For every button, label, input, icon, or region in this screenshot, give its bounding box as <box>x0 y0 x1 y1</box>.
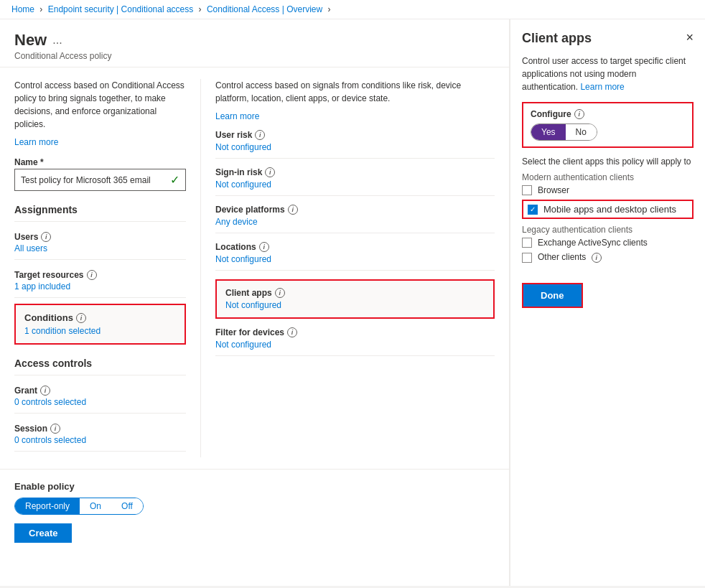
exchange-checkbox[interactable] <box>522 238 532 248</box>
mobile-apps-checkbox[interactable] <box>528 205 538 215</box>
report-only-option[interactable]: Report-only <box>15 498 80 514</box>
target-resources-label: Target resources i <box>14 270 186 280</box>
browser-row: Browser <box>522 185 694 195</box>
breadcrumb-home[interactable]: Home <box>11 4 34 14</box>
name-input[interactable]: Test policy for Microsoft 365 email ✓ <box>14 169 186 191</box>
left-desc: Control access based on Conditional Acce… <box>14 79 186 131</box>
panel-bottom: Done <box>522 277 694 308</box>
yes-no-toggle[interactable]: Yes No <box>531 123 597 141</box>
mobile-apps-row: Mobile apps and desktop clients <box>522 200 694 219</box>
users-info-icon: i <box>41 232 51 242</box>
close-button[interactable]: × <box>686 31 694 44</box>
breadcrumb-sep3: › <box>327 4 330 14</box>
two-col-layout: Control access based on Conditional Acce… <box>0 67 509 469</box>
client-apps-label: Client apps i <box>225 288 485 298</box>
exchange-label: Exchange ActiveSync clients <box>538 238 648 248</box>
conditions-value: 1 condition selected <box>24 326 176 336</box>
sign-in-risk-label: Sign-in risk i <box>215 167 495 177</box>
page-header: New ... Conditional Access policy <box>0 19 509 67</box>
other-clients-row: Other clients i <box>522 252 694 263</box>
done-section: Done <box>522 283 583 308</box>
session-info-icon: i <box>50 424 60 434</box>
locations-label: Locations i <box>215 242 495 252</box>
users-label: Users i <box>14 232 186 242</box>
page-subtitle: Conditional Access policy <box>14 51 495 61</box>
access-controls-title: Access controls <box>14 358 186 369</box>
target-resources-info-icon: i <box>87 270 97 280</box>
other-clients-info-icon: i <box>592 253 602 263</box>
assignments-title: Assignments <box>14 204 186 215</box>
target-resources-value[interactable]: 1 app included <box>14 281 186 291</box>
legacy-auth-label: Legacy authentication clients <box>522 225 694 235</box>
mobile-apps-label: Mobile apps and desktop clients <box>543 204 676 215</box>
filter-devices-value[interactable]: Not configured <box>215 340 271 350</box>
grant-value[interactable]: 0 controls selected <box>14 397 186 407</box>
bottom-bar: Enable policy Report-only On Off Create <box>0 469 509 554</box>
on-option[interactable]: On <box>80 498 111 514</box>
breadcrumb-sep2: › <box>199 4 204 14</box>
create-button[interactable]: Create <box>14 523 72 543</box>
configure-section: Configure i Yes No <box>522 102 694 148</box>
enable-policy-toggle[interactable]: Report-only On Off <box>14 498 144 515</box>
grant-info-icon: i <box>40 386 50 396</box>
breadcrumb-overview[interactable]: Conditional Access | Overview <box>207 4 322 14</box>
device-platforms-row: Device platforms i Any device <box>215 205 495 233</box>
done-button[interactable]: Done <box>523 284 582 307</box>
breadcrumb-sep1: › <box>39 4 45 14</box>
right-column: Control access based on signals from con… <box>201 79 509 457</box>
filter-devices-label: Filter for devices i <box>215 327 495 337</box>
conditions-info-icon: i <box>76 313 86 323</box>
client-apps-box[interactable]: Client apps i Not configured <box>215 279 495 319</box>
user-risk-value[interactable]: Not configured <box>215 142 271 152</box>
other-clients-checkbox[interactable] <box>522 253 532 263</box>
client-apps-value[interactable]: Not configured <box>225 300 281 310</box>
grant-label: Grant i <box>14 386 186 396</box>
locations-row: Locations i Not configured <box>215 242 495 271</box>
breadcrumb: Home › Endpoint security | Conditional a… <box>0 0 705 19</box>
filter-devices-info: i <box>287 327 297 337</box>
page-title: New <box>14 31 47 50</box>
user-risk-row: User risk i Not configured <box>215 130 495 159</box>
conditions-title: Conditions i <box>24 312 176 323</box>
right-learn-more[interactable]: Learn more <box>215 111 259 121</box>
sign-in-risk-info: i <box>265 167 275 177</box>
name-label: Name * <box>14 157 186 167</box>
left-panel: New ... Conditional Access policy Contro… <box>0 19 510 586</box>
locations-value[interactable]: Not configured <box>215 254 271 264</box>
device-platforms-value[interactable]: Any device <box>215 217 258 227</box>
other-clients-label: Other clients i <box>538 252 602 263</box>
off-option[interactable]: Off <box>111 498 143 514</box>
conditions-box[interactable]: Conditions i 1 condition selected <box>14 304 186 345</box>
browser-checkbox[interactable] <box>522 185 532 195</box>
session-label: Session i <box>14 424 186 434</box>
yes-option[interactable]: Yes <box>531 124 566 140</box>
sign-in-risk-value[interactable]: Not configured <box>215 179 271 190</box>
browser-label: Browser <box>538 185 569 195</box>
panel-desc: Control user access to target specific c… <box>522 55 694 93</box>
configure-label: Configure i <box>531 109 685 119</box>
locations-info: i <box>259 242 269 252</box>
client-apps-panel: Client apps × Control user access to tar… <box>510 19 705 586</box>
panel-title: Client apps <box>522 31 592 46</box>
device-platforms-info: i <box>288 205 298 215</box>
page-ellipsis: ... <box>52 34 62 47</box>
user-risk-label: User risk i <box>215 130 495 140</box>
device-platforms-label: Device platforms i <box>215 205 495 215</box>
select-label: Select the client apps this policy will … <box>522 157 694 167</box>
user-risk-info: i <box>255 130 265 140</box>
left-column: Control access based on Conditional Acce… <box>0 79 201 457</box>
session-value[interactable]: 0 controls selected <box>14 435 186 445</box>
right-desc: Control access based on signals from con… <box>215 79 495 105</box>
enable-policy-label: Enable policy <box>14 481 495 492</box>
breadcrumb-endpoint[interactable]: Endpoint security | Conditional access <box>48 4 194 14</box>
left-learn-more[interactable]: Learn more <box>14 137 58 147</box>
check-icon: ✓ <box>170 173 179 187</box>
users-value[interactable]: All users <box>14 243 186 253</box>
filter-devices-row: Filter for devices i Not configured <box>215 327 495 356</box>
panel-header: Client apps × <box>522 31 694 46</box>
modern-auth-label: Modern authentication clients <box>522 172 694 182</box>
configure-info-icon: i <box>574 109 584 119</box>
no-option[interactable]: No <box>566 124 597 140</box>
panel-learn-more[interactable]: Learn more <box>580 82 624 92</box>
sign-in-risk-row: Sign-in risk i Not configured <box>215 167 495 196</box>
